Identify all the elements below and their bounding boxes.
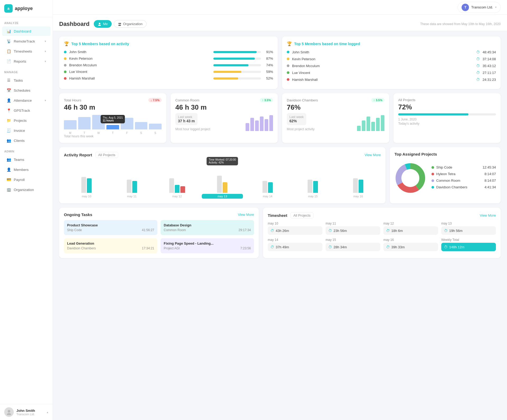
ts-time-box: ⏱ 23h 56m bbox=[326, 226, 380, 235]
progress-bar bbox=[213, 58, 261, 60]
ts-date: may 15 bbox=[326, 238, 380, 242]
common-room-lastweek-label: Last week bbox=[178, 115, 195, 119]
gray-bar bbox=[308, 180, 312, 193]
sidebar-item-clients[interactable]: 👥 Clients bbox=[2, 136, 50, 145]
sidebar-item-members[interactable]: 👤 Members bbox=[2, 165, 50, 174]
legend-dot bbox=[431, 179, 434, 182]
member-name: Lue Vincent bbox=[292, 71, 473, 75]
mini-bar bbox=[246, 123, 249, 131]
clock-icon: ⏱ bbox=[328, 245, 332, 249]
mini-bar bbox=[250, 118, 254, 131]
total-hours-bar-labels: MTWTFSS bbox=[64, 132, 162, 134]
sidebar-item-payroll[interactable]: 💳 Payroll bbox=[2, 175, 50, 184]
bar-label: M bbox=[64, 132, 77, 134]
member-dot bbox=[64, 57, 67, 60]
timesheet-grid: may 10 ⏱ 43h 26m may 11 ⏱ 23h 56m may 12… bbox=[268, 222, 496, 251]
sidebar-item-teams[interactable]: 👥 Teams bbox=[2, 155, 50, 164]
progress-fill bbox=[213, 51, 257, 53]
time-row: Brendon Mcculum ⏱ 35:43:12 bbox=[287, 64, 496, 68]
ongoing-tasks-view-more[interactable]: View More bbox=[238, 213, 254, 217]
sidebar-item-label: Clients bbox=[14, 139, 25, 143]
ts-date: may 10 bbox=[268, 222, 322, 225]
clock-icon: ⏱ bbox=[476, 57, 480, 61]
svg-point-3 bbox=[98, 25, 101, 26]
tab-organization[interactable]: Organization bbox=[114, 20, 147, 28]
task-sub: Ship Code 41:56:27 bbox=[67, 228, 154, 232]
legend-item: Common Room 8:14:07 bbox=[431, 179, 496, 183]
sidebar-item-label: GPSTrack bbox=[14, 109, 30, 113]
timesheet-view-more[interactable]: View More bbox=[480, 213, 496, 217]
top-projects-content: Ship Code 12:45:34 Hyleon Tetra 8:14:07 … bbox=[395, 160, 496, 198]
davidson-badge: ↑ 3.5% bbox=[371, 98, 384, 102]
clock-icon: ⏱ bbox=[476, 64, 480, 68]
timesheet-filter[interactable]: All Projects bbox=[290, 212, 313, 218]
sidebar-item-dashboard[interactable]: 📊 Dashboard bbox=[2, 26, 50, 36]
donut-chart bbox=[395, 162, 426, 194]
sidebar-item-tasks[interactable]: ☰ Tasks bbox=[2, 76, 50, 85]
attendance-icon: 👤 bbox=[6, 98, 11, 103]
org-avatar: T bbox=[462, 4, 469, 11]
stats-row: Total Hours ↓ 7.5% 46 h 30 m Thu, Aug 5,… bbox=[59, 93, 501, 143]
time-value: 35:43:12 bbox=[482, 64, 496, 68]
bar: Thu, Aug 5, 202111 hours bbox=[106, 125, 119, 129]
member-row: Brendon Mcculum 74% bbox=[64, 63, 273, 67]
sidebar-item-gpstrack[interactable]: 📍 GPSTrack bbox=[2, 106, 50, 115]
member-pct: 74% bbox=[264, 63, 273, 67]
invoice-icon: 🧾 bbox=[6, 128, 11, 133]
clock-icon: ⏱ bbox=[270, 245, 274, 249]
bar bbox=[64, 120, 77, 129]
sidebar-item-label: Projects bbox=[14, 119, 27, 123]
sidebar-item-invoice[interactable]: 🧾 Invoice bbox=[2, 126, 50, 135]
timesheets-icon: 📋 bbox=[6, 49, 11, 54]
clock-icon: ⏱ bbox=[328, 228, 332, 233]
activity-bar-group bbox=[111, 166, 152, 193]
progress-bar bbox=[213, 51, 261, 53]
davidson-value: 76% bbox=[287, 103, 384, 111]
member-name: Hamish Marshall bbox=[292, 78, 473, 82]
all-projects-label: All Projects bbox=[398, 98, 415, 102]
activity-filter[interactable]: All Projects bbox=[95, 152, 118, 158]
activity-day-label: may 14 bbox=[247, 194, 288, 199]
progress-bar bbox=[213, 77, 261, 80]
sidebar-item-organization[interactable]: 🏢 Organization bbox=[2, 185, 50, 194]
sidebar-item-label: Attendance bbox=[14, 99, 32, 102]
green-bar bbox=[313, 181, 318, 193]
gray-bar bbox=[81, 177, 86, 193]
sidebar-item-remotetrack[interactable]: 📡 RemoteTrack ▾ bbox=[2, 36, 50, 46]
clock-icon: ⏱ bbox=[444, 228, 448, 233]
member-dot bbox=[287, 64, 289, 67]
progress-fill bbox=[213, 77, 238, 80]
sidebar-item-reports[interactable]: 📄 Reports ▾ bbox=[2, 57, 50, 66]
member-row: John Smith 91% bbox=[64, 50, 273, 54]
sidebar-item-schedules[interactable]: 📅 Schedules bbox=[2, 86, 50, 95]
ts-date: may 13 bbox=[441, 222, 496, 225]
task-time: 17:34:21 bbox=[142, 246, 154, 250]
activity-day-label: may 10 bbox=[66, 194, 107, 199]
legend-dot bbox=[431, 186, 434, 189]
sidebar-item-projects[interactable]: 📁 Projects bbox=[2, 116, 50, 125]
task-title: Database Design bbox=[164, 223, 251, 227]
weekly-label: Weekly Total bbox=[441, 238, 496, 242]
legend-item: Davidson Chambers 4:41:34 bbox=[431, 185, 496, 189]
task-project: Davidson Chambers bbox=[67, 246, 96, 250]
activity-day-label: may 12 bbox=[157, 194, 198, 199]
activity-tooltip: Time Worked: 07:20:00Activity: 42% bbox=[206, 157, 238, 165]
mini-bar bbox=[362, 120, 365, 131]
sidebar-item-attendance[interactable]: 👤 Attendance ▾ bbox=[2, 96, 50, 105]
activity-chart-wrap: Time Worked: 07:20:00Activity: 42% may 1… bbox=[64, 161, 381, 199]
bar bbox=[78, 117, 91, 129]
gray-bar bbox=[127, 180, 132, 193]
activity-report-card: Activity Report All Projects View More T… bbox=[59, 147, 386, 203]
member-row: Kevin Peterson 87% bbox=[64, 57, 273, 60]
sidebar-item-label: Teams bbox=[14, 158, 24, 162]
activity-bar-group bbox=[338, 166, 379, 193]
activity-bar-group bbox=[66, 166, 107, 193]
task-time: 7:23:56 bbox=[240, 246, 251, 250]
activity-view-more[interactable]: View More bbox=[365, 153, 381, 157]
mini-bar bbox=[265, 119, 268, 131]
org-selector[interactable]: T Transcom Ltd. ▾ bbox=[458, 2, 501, 13]
tab-me[interactable]: Me bbox=[94, 20, 112, 28]
project-time: 12:45:34 bbox=[482, 165, 496, 169]
sidebar-item-timesheets[interactable]: 📋 Timesheets ▾ bbox=[2, 46, 50, 56]
member-name: Lue Vincent bbox=[69, 70, 211, 74]
